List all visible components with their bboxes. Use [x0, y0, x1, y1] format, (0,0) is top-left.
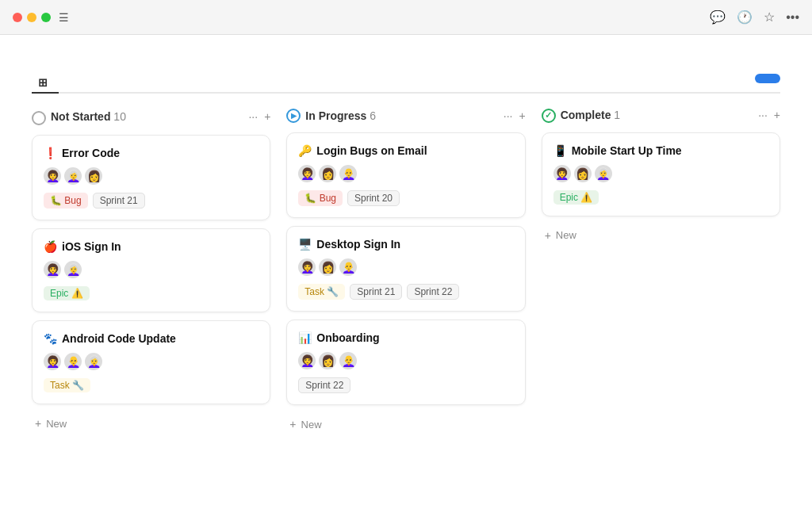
column-add-button-not-started[interactable]: +: [264, 110, 270, 123]
add-new-button-not-started[interactable]: +New: [32, 412, 270, 434]
column-icon-complete: ✓: [542, 108, 556, 123]
column-in-progress: ▶ In Progress 6 ··· + 🔑Login Bugs on Ema…: [286, 108, 525, 435]
avatar-ios-sign-in-1[interactable]: 👩‍🦳: [64, 261, 82, 278]
card-login-bugs-email[interactable]: 🔑Login Bugs on Email👩‍🦱👩👩‍🦲🐛 BugSprint 2…: [286, 132, 525, 218]
card-android-code-update[interactable]: 🐾Android Code Update👩‍🦱👩‍🦲👩‍🦳Task 🔧: [32, 320, 270, 404]
avatar-android-code-update-1[interactable]: 👩‍🦲: [64, 353, 82, 370]
toolbar-right: [731, 74, 780, 83]
card-tags-ios-sign-in: Epic ⚠️: [44, 286, 259, 300]
card-title-android-code-update: 🐾Android Code Update: [44, 332, 259, 345]
avatar-android-code-update-0[interactable]: 👩‍🦱: [44, 353, 61, 370]
tag-login-bugs-email-1[interactable]: Sprint 20: [347, 190, 400, 206]
column-add-button-in-progress[interactable]: +: [519, 109, 525, 122]
board: Not Started 10 ··· + ❗Error Code👩‍🦱👩‍🦳👩🐛…: [32, 108, 780, 435]
avatar-login-bugs-email-1[interactable]: 👩: [319, 165, 336, 182]
toolbar-left: ⊞: [32, 73, 59, 84]
column-more-button-complete[interactable]: ···: [758, 109, 768, 121]
add-new-label-not-started: New: [46, 418, 67, 430]
add-new-button-in-progress[interactable]: +New: [286, 413, 525, 435]
avatar-desktop-sign-in-0[interactable]: 👩‍🦱: [298, 258, 316, 276]
avatar-desktop-sign-in-2[interactable]: 👩‍🦲: [339, 258, 357, 276]
avatar-android-code-update-2[interactable]: 👩‍🦳: [85, 353, 102, 370]
card-tags-mobile-start-up: Epic ⚠️: [553, 190, 768, 205]
tag-onboarding-0[interactable]: Sprint 22: [298, 377, 350, 393]
column-actions-in-progress: ··· +: [504, 109, 526, 122]
card-title-error-code: ❗Error Code: [44, 147, 259, 159]
avatar-mobile-start-up-2[interactable]: 👩‍🦳: [595, 165, 612, 182]
hamburger-icon[interactable]: ☰: [59, 11, 69, 24]
card-icon-login-bugs-email: 🔑: [298, 144, 312, 157]
avatar-ios-sign-in-0[interactable]: 👩‍🦱: [44, 261, 61, 278]
avatar-onboarding-2[interactable]: 👩‍🦲: [339, 352, 357, 369]
column-title-in-progress: In Progress 6: [305, 109, 498, 122]
card-icon-desktop-sign-in: 🖥️: [298, 238, 312, 251]
column-more-button-not-started[interactable]: ···: [248, 110, 258, 123]
avatar-login-bugs-email-0[interactable]: 👩‍🦱: [298, 165, 316, 182]
star-icon[interactable]: ☆: [764, 10, 775, 25]
card-avatars-error-code: 👩‍🦱👩‍🦳👩: [44, 167, 259, 185]
board-view-button[interactable]: ⊞: [32, 73, 59, 94]
card-tags-login-bugs-email: 🐛 BugSprint 20: [298, 190, 513, 206]
add-new-icon-in-progress: +: [289, 418, 296, 431]
avatar-login-bugs-email-2[interactable]: 👩‍🦲: [339, 165, 357, 182]
card-tags-onboarding: Sprint 22: [298, 377, 513, 393]
column-icon-not-started: [32, 108, 46, 125]
card-icon-mobile-start-up: 📱: [553, 144, 567, 157]
card-title-login-bugs-email: 🔑Login Bugs on Email: [298, 144, 513, 157]
card-error-code[interactable]: ❗Error Code👩‍🦱👩‍🦳👩🐛 BugSprint 21: [32, 135, 270, 220]
tag-error-code-0[interactable]: 🐛 Bug: [44, 193, 88, 209]
add-new-icon-complete: +: [545, 229, 551, 242]
more-icon[interactable]: •••: [786, 10, 799, 25]
avatar-error-code-0[interactable]: 👩‍🦱: [44, 167, 61, 185]
titlebar-right: 💬 🕐 ☆ •••: [699, 10, 799, 25]
tag-desktop-sign-in-1[interactable]: Sprint 21: [350, 284, 402, 300]
column-add-button-complete[interactable]: +: [774, 109, 780, 121]
avatar-onboarding-0[interactable]: 👩‍🦱: [298, 352, 316, 369]
avatar-error-code-2[interactable]: 👩: [85, 167, 102, 185]
avatar-desktop-sign-in-1[interactable]: 👩: [319, 258, 336, 276]
card-title-desktop-sign-in: 🖥️Desktop Sign In: [298, 238, 513, 251]
traffic-light-green[interactable]: [41, 13, 51, 22]
column-title-complete: Complete 1: [561, 109, 753, 121]
column-actions-not-started: ··· +: [248, 110, 270, 123]
tag-ios-sign-in-0[interactable]: Epic ⚠️: [44, 286, 90, 300]
card-title-onboarding: 📊Onboarding: [298, 331, 513, 344]
traffic-light-yellow[interactable]: [27, 13, 36, 22]
avatar-mobile-start-up-0[interactable]: 👩‍🦱: [553, 165, 571, 182]
tag-mobile-start-up-0[interactable]: Epic ⚠️: [553, 190, 599, 205]
card-mobile-start-up[interactable]: 📱Mobile Start Up Time👩‍🦱👩👩‍🦳Epic ⚠️: [542, 132, 780, 216]
avatar-onboarding-1[interactable]: 👩: [319, 352, 336, 369]
tag-desktop-sign-in-0[interactable]: Task 🔧: [298, 284, 345, 300]
column-count-not-started: 10: [113, 110, 126, 123]
toolbar: ⊞: [32, 73, 780, 94]
card-avatars-ios-sign-in: 👩‍🦱👩‍🦳: [44, 261, 259, 278]
card-avatars-android-code-update: 👩‍🦱👩‍🦲👩‍🦳: [44, 353, 259, 370]
card-ios-sign-in[interactable]: 🍎iOS Sign In👩‍🦱👩‍🦳Epic ⚠️: [32, 228, 270, 312]
column-title-not-started: Not Started 10: [51, 110, 243, 123]
main-content: ⊞ Not Started 10 ··· + ❗Error Code👩‍🦱👩‍🦳…: [0, 35, 812, 451]
clock-icon[interactable]: 🕐: [737, 10, 753, 25]
tag-desktop-sign-in-2[interactable]: Sprint 22: [407, 284, 459, 300]
new-button[interactable]: [755, 74, 780, 83]
avatar-mobile-start-up-1[interactable]: 👩: [574, 165, 592, 182]
traffic-light-red[interactable]: [13, 13, 22, 22]
tag-error-code-1[interactable]: Sprint 21: [93, 193, 145, 209]
card-icon-ios-sign-in: 🍎: [44, 240, 57, 253]
card-icon-android-code-update: 🐾: [44, 332, 57, 345]
comment-icon[interactable]: 💬: [710, 10, 726, 25]
card-icon-onboarding: 📊: [298, 331, 312, 344]
tag-android-code-update-0[interactable]: Task 🔧: [44, 378, 90, 392]
column-icon-in-progress: ▶: [286, 108, 301, 123]
avatar-error-code-1[interactable]: 👩‍🦳: [64, 167, 82, 185]
column-not-started: Not Started 10 ··· + ❗Error Code👩‍🦱👩‍🦳👩🐛…: [32, 108, 270, 434]
tag-login-bugs-email-0[interactable]: 🐛 Bug: [298, 190, 343, 206]
card-desktop-sign-in[interactable]: 🖥️Desktop Sign In👩‍🦱👩👩‍🦲Task 🔧Sprint 21S…: [286, 226, 525, 312]
card-avatars-desktop-sign-in: 👩‍🦱👩👩‍🦲: [298, 258, 513, 276]
column-more-button-in-progress[interactable]: ···: [504, 109, 513, 122]
add-new-button-complete[interactable]: +New: [542, 224, 780, 247]
card-onboarding[interactable]: 📊Onboarding👩‍🦱👩👩‍🦲Sprint 22: [286, 320, 525, 405]
column-header-in-progress: ▶ In Progress 6 ··· +: [286, 108, 525, 123]
card-tags-android-code-update: Task 🔧: [44, 378, 259, 392]
column-count-in-progress: 6: [370, 109, 376, 122]
traffic-lights: [13, 13, 51, 22]
